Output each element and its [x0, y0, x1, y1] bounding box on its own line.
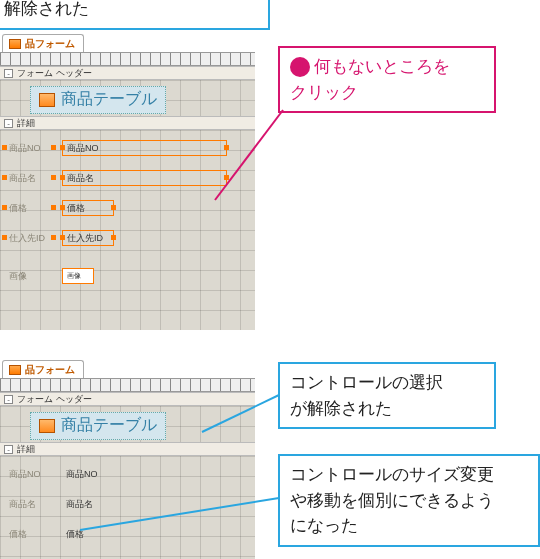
callout-context-prev: 解除された — [0, 0, 270, 30]
callout-text: 解除された — [4, 0, 89, 18]
callout-text: や移動を個別にできるよう — [290, 491, 494, 510]
label-仕入先ID[interactable]: 仕入先ID — [4, 230, 54, 246]
field-商品名[interactable]: 商品名 — [62, 170, 227, 186]
field-商品NO[interactable]: 商品NO — [62, 466, 227, 482]
field-商品名[interactable]: 商品名 — [62, 496, 227, 512]
section-detail[interactable]: - 詳細 — [0, 116, 255, 130]
horizontal-ruler — [0, 378, 255, 392]
callout-individual-resize: コントロールのサイズ変更 や移動を個別にできるよう になった — [278, 454, 540, 547]
callout-text: 何もないところを — [314, 57, 450, 76]
label-価格[interactable]: 価格 — [4, 200, 54, 216]
callout-text: コントロールのサイズ変更 — [290, 465, 494, 484]
collapse-icon[interactable]: - — [4, 69, 13, 78]
form-header-area[interactable]: 商品テーブル — [0, 80, 255, 116]
field-画像[interactable]: 画像 — [62, 268, 94, 284]
form-tab[interactable]: 品フォーム — [2, 360, 84, 378]
section-label: フォーム ヘッダー — [17, 393, 92, 406]
form-icon — [9, 39, 21, 49]
section-form-header[interactable]: - フォーム ヘッダー — [0, 392, 255, 406]
section-detail[interactable]: - 詳細 — [0, 442, 255, 456]
label-商品NO[interactable]: 商品NO — [4, 466, 54, 482]
detail-area[interactable]: 商品NO 商品NO 商品名 商品名 価格 価格 仕入先ID 仕入先ID 画像 画… — [0, 130, 255, 330]
collapse-icon[interactable]: - — [4, 119, 13, 128]
callout-text: コントロールの選択 — [290, 373, 443, 392]
form-design-panel-after: 品フォーム - フォーム ヘッダー 商品テーブル - 詳細 商品NO 商品NO … — [0, 356, 255, 559]
detail-area[interactable]: 商品NO 商品NO 商品名 商品名 価格 価格 仕入先ID 仕入先ID — [0, 456, 255, 559]
form-icon — [9, 365, 21, 375]
table-icon — [39, 93, 55, 107]
form-title-text: 商品テーブル — [61, 415, 157, 436]
form-header-area[interactable]: 商品テーブル — [0, 406, 255, 442]
form-design-panel-before: 品フォーム - フォーム ヘッダー 商品テーブル - 詳細 商品NO 商品NO … — [0, 30, 255, 330]
tab-label: 品フォーム — [25, 37, 75, 51]
callout-selection-cleared: コントロールの選択 が解除された — [278, 362, 496, 429]
field-価格[interactable]: 価格 — [62, 526, 114, 542]
collapse-icon[interactable]: - — [4, 395, 13, 404]
form-title-label[interactable]: 商品テーブル — [30, 86, 166, 114]
callout-text: が解除された — [290, 399, 392, 418]
callout-text: クリック — [290, 83, 358, 102]
callout-text: になった — [290, 516, 358, 535]
tab-bar: 品フォーム — [0, 30, 255, 52]
label-商品名[interactable]: 商品名 — [4, 170, 54, 186]
section-label: 詳細 — [17, 117, 35, 130]
table-icon — [39, 419, 55, 433]
step-number-badge: 4 — [290, 57, 310, 77]
field-商品NO[interactable]: 商品NO — [62, 140, 227, 156]
field-仕入先ID[interactable]: 仕入先ID — [62, 230, 114, 246]
form-title-label[interactable]: 商品テーブル — [30, 412, 166, 440]
field-価格[interactable]: 価格 — [62, 200, 114, 216]
label-商品NO[interactable]: 商品NO — [4, 140, 54, 156]
section-label: 詳細 — [17, 443, 35, 456]
tab-bar: 品フォーム — [0, 356, 255, 378]
horizontal-ruler — [0, 52, 255, 66]
form-title-text: 商品テーブル — [61, 89, 157, 110]
section-label: フォーム ヘッダー — [17, 67, 92, 80]
label-価格[interactable]: 価格 — [4, 526, 54, 542]
label-商品名[interactable]: 商品名 — [4, 496, 54, 512]
section-form-header[interactable]: - フォーム ヘッダー — [0, 66, 255, 80]
callout-step-4: 4何もないところを クリック — [278, 46, 496, 113]
label-画像[interactable]: 画像 — [4, 268, 54, 284]
form-tab[interactable]: 品フォーム — [2, 34, 84, 52]
tab-label: 品フォーム — [25, 363, 75, 377]
collapse-icon[interactable]: - — [4, 445, 13, 454]
